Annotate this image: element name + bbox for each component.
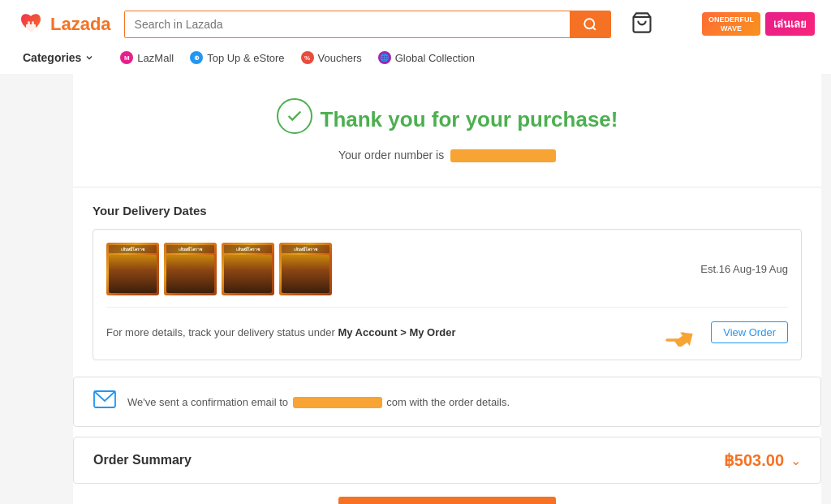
envelope-icon: [93, 390, 116, 408]
promo-badges: ONEDERFULWAVE เล่นเลย: [702, 12, 815, 37]
view-order-button[interactable]: View Order: [711, 321, 788, 343]
sidebar-right: [821, 74, 831, 504]
global-dot: 🌐: [378, 51, 391, 64]
delivery-track-row: For more details, track your delivery st…: [106, 307, 788, 347]
svg-rect-2: [32, 21, 34, 25]
categories-label: Categories: [23, 51, 81, 64]
logo-link[interactable]: Lazada: [16, 10, 111, 39]
svg-rect-0: [26, 24, 36, 32]
order-summary-section: Order Summary ฿503.00 ⌄: [73, 437, 821, 484]
thumb-label-1: เส้นหมี่โคราช: [109, 245, 157, 253]
logo-text: Lazada: [50, 14, 111, 35]
continue-shopping-button[interactable]: Continue Shopping: [338, 497, 556, 504]
summary-chevron-icon[interactable]: ⌄: [790, 453, 801, 468]
order-number-blur: [450, 149, 556, 162]
track-text: For more details, track your delivery st…: [106, 326, 455, 338]
delivery-section: Your Delivery Dates เส้นหมี่โคราช: [73, 187, 821, 377]
thumb-label-4: เส้นหมี่โคราช: [282, 245, 329, 253]
delivery-inner: เส้นหมี่โคราช เส้นหมี่โคราช: [93, 229, 802, 360]
email-text-1: We've sent a confirmation email to: [127, 396, 288, 408]
nav-links: M LazMall ⊕ Top Up & eStore % Vouchers 🌐…: [120, 51, 475, 64]
lazmall-label: LazMall: [137, 52, 174, 64]
sidebar-left: [0, 74, 73, 504]
arrow-wrapper: View Order: [665, 317, 788, 347]
topup-dot: ⊕: [190, 51, 203, 64]
vouchers-dot: %: [301, 51, 314, 64]
check-icon: [286, 107, 304, 125]
cart-button[interactable]: [624, 8, 660, 40]
cart-icon: [631, 11, 653, 34]
svg-line-4: [592, 27, 595, 29]
product-thumb-1: เส้นหมี่โคราช: [106, 243, 159, 295]
thumb-inner-3: [224, 255, 272, 293]
thank-you-section: Thank you for your purchase! Your order …: [73, 74, 821, 187]
email-section: We've sent a confirmation email to com w…: [73, 377, 821, 427]
email-icon: [93, 390, 116, 413]
product-thumb-4: เส้นหมี่โคราช: [279, 243, 332, 295]
vouchers-label: Vouchers: [318, 52, 362, 64]
svg-marker-6: [673, 327, 698, 347]
yellow-arrow-icon: [665, 317, 706, 347]
order-summary-price: ฿503.00: [724, 450, 784, 470]
delivery-items-row: เส้นหมี่โคราช เส้นหมี่โคราช: [106, 243, 788, 295]
summary-right: ฿503.00 ⌄: [724, 450, 801, 470]
order-number-row: Your order number is: [89, 149, 805, 162]
email-text-2: com with the order details.: [386, 396, 510, 408]
thumb-label-2: เส้นหมี่โคราช: [166, 245, 214, 253]
continue-shopping-wrap: Continue Shopping: [73, 497, 821, 504]
search-icon: [583, 17, 597, 32]
lazmall-dot: M: [120, 51, 133, 64]
chevron-down-icon: [84, 53, 94, 62]
nav-bar: Categories M LazMall ⊕ Top Up & eStore %…: [16, 48, 815, 74]
delivery-title: Your Delivery Dates: [93, 204, 802, 218]
nav-link-global[interactable]: 🌐 Global Collection: [378, 51, 475, 64]
track-link: My Account > My Order: [338, 326, 455, 338]
promo-badge-2[interactable]: เล่นเลย: [765, 12, 815, 36]
email-blur: [293, 397, 382, 408]
search-input[interactable]: [125, 11, 570, 37]
thank-you-title: Thank you for your purchase!: [321, 107, 618, 132]
svg-point-3: [584, 19, 594, 28]
thumb-inner-4: [282, 255, 329, 293]
nav-link-topup[interactable]: ⊕ Top Up & eStore: [190, 51, 284, 64]
thumb-label-3: เส้นหมี่โคราช: [224, 245, 272, 253]
nav-link-lazmall[interactable]: M LazMall: [120, 51, 174, 64]
track-text-1: For more details, track your delivery st…: [106, 326, 338, 338]
lazada-logo-icon: [16, 10, 45, 39]
email-text: We've sent a confirmation email to com w…: [127, 396, 510, 409]
check-icon-wrap: [277, 98, 312, 134]
categories-button[interactable]: Categories: [16, 48, 101, 67]
product-thumbnails: เส้นหมี่โคราช เส้นหมี่โคราช: [106, 243, 332, 295]
main-content: Thank you for your purchase! Your order …: [73, 74, 821, 504]
order-summary-title: Order Summary: [93, 453, 192, 467]
thumb-inner-2: [166, 255, 214, 293]
product-thumb-3: เส้นหมี่โคราช: [222, 243, 274, 295]
svg-rect-1: [28, 21, 30, 25]
delivery-date: Est.16 Aug-19 Aug: [700, 263, 788, 275]
search-bar: [124, 11, 611, 38]
search-button[interactable]: [570, 11, 610, 37]
thumb-inner-1: [109, 255, 157, 293]
promo-badge-1[interactable]: ONEDERFULWAVE: [702, 12, 760, 37]
global-label: Global Collection: [395, 52, 475, 64]
product-thumb-2: เส้นหมี่โคราช: [164, 243, 217, 295]
topup-label: Top Up & eStore: [207, 52, 284, 64]
order-prefix: Your order number is: [338, 149, 444, 162]
nav-link-vouchers[interactable]: % Vouchers: [301, 51, 362, 64]
